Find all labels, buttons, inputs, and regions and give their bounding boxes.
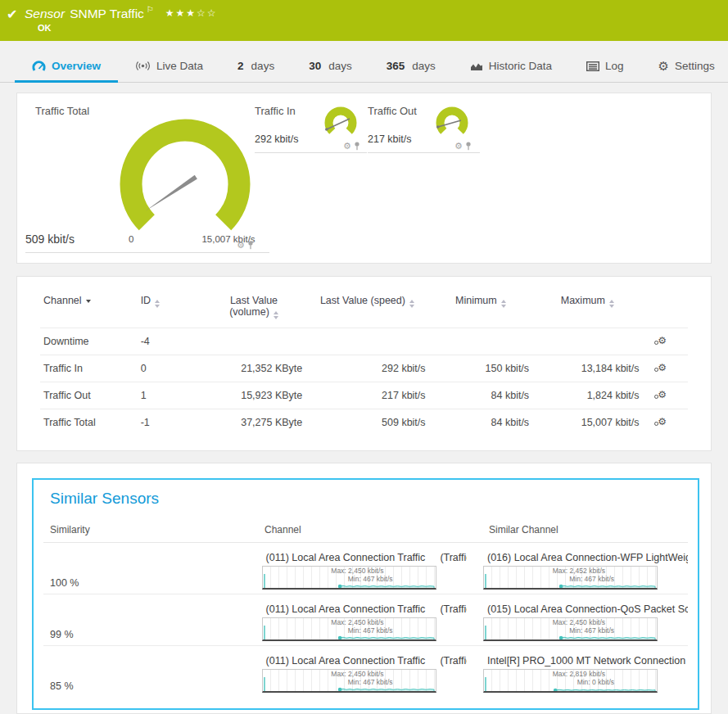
- gear-icon: ⚙: [658, 60, 669, 72]
- col-header-channel[interactable]: Channel: [40, 282, 138, 328]
- gauge-out-actions: ⚙: [454, 141, 472, 151]
- pin-icon[interactable]: [354, 142, 360, 151]
- sort-icon[interactable]: [501, 300, 506, 308]
- page-title: SensorSNMP Traffic⚐★★★☆☆: [25, 5, 218, 21]
- col-header-speed[interactable]: Last Value (speed): [305, 282, 428, 328]
- tab-365-days[interactable]: 365days: [369, 50, 453, 82]
- sort-icon[interactable]: [609, 300, 614, 308]
- col-header-minimum[interactable]: Minimum: [429, 282, 533, 328]
- channel-cell[interactable]: (011) Local Area Connection Traffic(Traf…: [262, 549, 483, 590]
- priority-stars[interactable]: ★★★☆☆: [165, 7, 218, 19]
- tab-overview[interactable]: Overview: [15, 50, 118, 82]
- similar-sensor-row[interactable]: 85 % (011) Local Area Connection Traffic…: [43, 646, 688, 697]
- sort-icon[interactable]: [155, 300, 160, 308]
- status-badge: OK: [38, 23, 52, 33]
- gear-icon[interactable]: ⚙: [237, 240, 245, 251]
- pin-icon[interactable]: [465, 142, 472, 151]
- mini-graph: Max: 2,452 kbit/sMin: 467 kbit/s: [483, 566, 658, 590]
- sort-icon[interactable]: [409, 300, 414, 308]
- gauge-in-label: Traffic In: [255, 105, 296, 117]
- pin-icon[interactable]: [247, 241, 254, 250]
- mini-graph: Max: 2,450 kbit/sMin: 467 kbit/s: [262, 669, 436, 693]
- channel-settings-icon[interactable]: ⚙: [654, 390, 667, 400]
- channel-settings-icon[interactable]: ⚙: [654, 336, 667, 346]
- tab-historic-data[interactable]: Historic Data: [453, 50, 569, 82]
- gear-icon[interactable]: ⚙: [454, 141, 463, 151]
- channel-table-panel: Channel ID Last Value(volume) Last Value…: [16, 276, 712, 451]
- similar-channel-cell[interactable]: (015) Local Area Connection-QoS Packet S…: [483, 600, 688, 641]
- traffic-total-gauge: [107, 106, 263, 252]
- traffic-out-value: 217 kbit/s: [368, 133, 412, 145]
- similarity-value: 85 %: [50, 652, 262, 693]
- col-header-id[interactable]: ID: [138, 282, 202, 328]
- traffic-in-value: 292 kbit/s: [255, 133, 299, 145]
- sort-desc-icon[interactable]: [86, 300, 91, 303]
- area-chart-icon: [470, 61, 483, 71]
- tab-live-data[interactable]: Live Data: [118, 50, 220, 82]
- gauge-scale-max: 15,007 kbit/s: [179, 234, 278, 244]
- tab-log[interactable]: Log: [569, 50, 641, 82]
- gauge-total-label: Traffic Total: [35, 105, 89, 117]
- channel-settings-icon[interactable]: ⚙: [654, 417, 667, 427]
- tab-30-days[interactable]: 30days: [292, 50, 369, 82]
- tab-settings[interactable]: ⚙ Settings: [641, 50, 728, 82]
- channel-cell[interactable]: (011) Local Area Connection Traffic(Traf…: [262, 600, 483, 641]
- traffic-total-value: 509 kbit/s: [25, 233, 75, 246]
- mini-graph: Max: 2,450 kbit/sMin: 467 kbit/s: [262, 566, 436, 590]
- gauge-total-actions: ⚙: [237, 240, 254, 251]
- channel-table: Channel ID Last Value(volume) Last Value…: [40, 282, 688, 436]
- mini-graph: Max: 2,450 kbit/sMin: 467 kbit/s: [262, 617, 436, 641]
- gauge-icon: [32, 61, 46, 71]
- table-row[interactable]: Traffic Total -1 37,275 KByte 509 kbit/s…: [40, 409, 688, 436]
- sensor-name: SNMP Traffic: [70, 7, 144, 20]
- gauge-out-label: Traffic Out: [368, 105, 417, 117]
- flag-icon[interactable]: ⚐: [147, 5, 154, 14]
- mini-graph: Max: 2,819 kbit/sMin: 0 kbit/s: [483, 669, 658, 693]
- similar-sensors-panel: Similar Sensors Similarity Channel Simil…: [16, 463, 712, 714]
- gauge-scale-min: 0: [129, 234, 133, 244]
- status-check-icon: ✔: [7, 7, 17, 22]
- sensor-header: ✔ SensorSNMP Traffic⚐★★★☆☆ OK: [0, 0, 728, 41]
- similar-channel-cell[interactable]: (016) Local Area Connection-WFP LightWei…: [483, 549, 688, 590]
- mini-graph: Max: 2,450 kbit/sMin: 467 kbit/s: [483, 617, 658, 641]
- col-header-maximum[interactable]: Maximum: [532, 282, 642, 328]
- gauges-panel: Traffic Total 0 15,007 kbit/s 509 kbit/s…: [16, 93, 712, 264]
- gauge-in-actions: ⚙: [343, 141, 360, 151]
- traffic-in-gauge: [322, 102, 359, 144]
- similarity-value: 99 %: [50, 600, 262, 641]
- sort-icon[interactable]: [274, 311, 278, 319]
- channel-cell[interactable]: (011) Local Area Connection Traffic(Traf…: [262, 652, 483, 693]
- table-row[interactable]: Traffic Out 1 15,923 KByte 217 kbit/s 84…: [40, 382, 688, 409]
- channel-settings-icon[interactable]: ⚙: [654, 363, 667, 373]
- object-type-label: Sensor: [25, 7, 65, 20]
- broadcast-icon: [135, 61, 151, 71]
- tab-2-days[interactable]: 2days: [220, 50, 292, 82]
- similar-sensors-box: Similar Sensors Similarity Channel Simil…: [32, 478, 699, 710]
- log-list-icon: [586, 61, 599, 71]
- traffic-out-gauge: [433, 102, 471, 144]
- table-row[interactable]: Downtime -4 ⚙: [40, 328, 688, 355]
- similar-table-header: Similarity Channel Similar Channel: [43, 524, 688, 543]
- similarity-value: 100 %: [50, 549, 262, 590]
- tab-bar: Overview Live Data 2days 30days 365days …: [0, 50, 728, 83]
- similar-sensors-title: Similar Sensors: [50, 490, 688, 508]
- similar-sensor-row[interactable]: 99 % (011) Local Area Connection Traffic…: [43, 594, 688, 646]
- col-header-volume[interactable]: Last Value(volume): [202, 282, 306, 328]
- gear-icon[interactable]: ⚙: [343, 141, 351, 151]
- similar-channel-cell[interactable]: Intel[R] PRO_1000 MT Network Connection(…: [483, 652, 688, 693]
- table-row[interactable]: Traffic In 0 21,352 KByte 292 kbit/s 150…: [40, 355, 688, 382]
- similar-sensor-row[interactable]: 100 % (011) Local Area Connection Traffi…: [43, 543, 688, 594]
